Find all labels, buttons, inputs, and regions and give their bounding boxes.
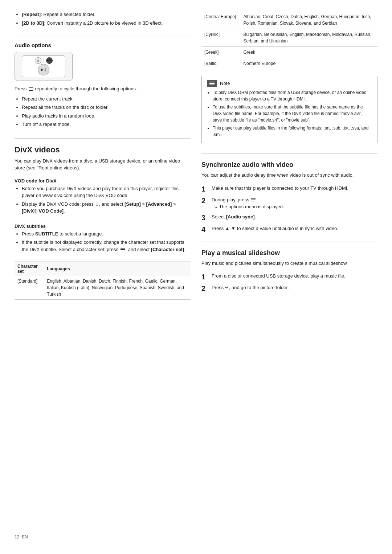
step-2: 2 During play, press . ↳ The options men…: [201, 196, 377, 210]
step-num: 1: [201, 272, 208, 281]
home-icon: ⌂: [96, 201, 98, 208]
audio-options-list: Repeat the current track. Repeat all the…: [22, 95, 191, 130]
remote-body: ⚙ ▶ ‖: [22, 56, 65, 77]
step-content: During play, press . ↳ The options menu …: [212, 196, 377, 210]
step-4: 4 Press ▲ ▼ to select a value until audi…: [201, 225, 377, 234]
page-number: 12 EN: [15, 527, 191, 539]
lang-table: [Central Europe] Albanian, Croat, Czech,…: [201, 11, 377, 69]
table-cell-lang: Bulgarian, Belorussian, English, Macedon…: [240, 29, 377, 47]
step-arrow: ↳: [214, 204, 218, 209]
divider-right-2: [201, 242, 377, 242]
left-column: [Repeat]: Repeat a selected folder. [2D …: [15, 11, 191, 539]
list-item: Repeat all the tracks on the disc or fol…: [22, 104, 191, 111]
page-num-text: 12 EN: [15, 534, 28, 539]
remote-btn-menu: [46, 57, 53, 64]
remote-btn-settings: ⚙: [35, 57, 41, 64]
intro-bullets: [Repeat]: Repeat a selected folder. [2D …: [22, 11, 191, 28]
step-content: Make sure that this player is connected …: [212, 185, 377, 193]
step-content: Select [Audio sync].: [212, 213, 377, 222]
table-row: [Greek] Greek: [201, 47, 377, 58]
list-item: Turn off a repeat mode.: [22, 121, 191, 128]
table-cell-set: [Greek]: [201, 47, 240, 58]
sync-intro: You can adjust the audio delay time when…: [201, 172, 377, 179]
2d3d-text: [2D to 3D]: Convert instantly a 2D pictu…: [22, 20, 163, 26]
divx-heading: DivX videos: [15, 145, 191, 155]
table-row: [Central Europe] Albanian, Croat, Czech,…: [201, 11, 377, 29]
note-header: Note: [207, 80, 372, 87]
slideshow-intro: Play music and pictures simultaneously t…: [201, 260, 377, 267]
audio-options-press-text: Press repeatedly to cycle through the fo…: [15, 85, 191, 93]
step-3: 3 Select [Audio sync].: [201, 213, 377, 222]
note-icon-lines: [209, 82, 215, 85]
step-num: 4: [201, 225, 208, 234]
list-item: Play audio tracks in a random loop.: [22, 112, 191, 120]
right-column: [Central Europe] Albanian, Croat, Czech,…: [201, 11, 377, 539]
step-num: 3: [201, 213, 208, 222]
menu-icon-3: [251, 198, 256, 202]
sync-heading: Synchronize audio with video: [201, 161, 377, 169]
divx-intro: You can play DivX videos from a disc, a …: [15, 157, 191, 172]
remote-arrow-circle: ▶ ‖: [38, 64, 49, 75]
note-icon: [207, 80, 217, 87]
sync-steps: 1 Make sure that this player is connecte…: [201, 185, 377, 237]
list-item: If the subtitle is not displayed correct…: [22, 239, 191, 253]
slideshow-heading: Play a musical slideshow: [201, 249, 377, 257]
step-num: 1: [201, 185, 208, 193]
vod-title: VOD code for DivX: [15, 178, 191, 184]
list-item: [2D to 3D]: Convert instantly a 2D pictu…: [22, 20, 191, 27]
table-cell-set: [Standard]: [15, 276, 44, 300]
subtitles-bullets: Press SUBTITLE to select a language. If …: [22, 230, 191, 255]
subtitles-title: DivX subtitles: [15, 223, 191, 229]
note-bullets: To play DivX DRM protected files from a …: [213, 89, 372, 138]
table-cell-set: [Central Europe]: [201, 11, 240, 29]
table-cell-lang: English, Albanian, Danish, Dutch, Finnis…: [44, 276, 191, 300]
list-item: This player can play subtitle files in t…: [213, 125, 372, 138]
list-item: Before you purchase DivX videos and play…: [22, 185, 191, 199]
repeat-text: [Repeat]: Repeat a selected folder.: [22, 12, 95, 17]
divider-1: [15, 37, 191, 37]
page: [Repeat]: Repeat a selected folder. [2D …: [0, 0, 392, 554]
table-row: [Standard] English, Albanian, Danish, Du…: [15, 276, 191, 300]
table-cell-lang: Greek: [240, 47, 377, 58]
table-cell-lang: Northern Europe: [240, 58, 377, 69]
step-1: 1 From a disc or connected USB storage d…: [201, 272, 377, 281]
table-cell-lang: Albanian, Croat, Czech, Dutch, English, …: [240, 11, 377, 29]
step-1: 1 Make sure that this player is connecte…: [201, 185, 377, 193]
step-content: Press ↵, and go to the picture folder.: [212, 284, 377, 293]
audio-options-title: Audio options: [15, 42, 191, 48]
list-item: [Repeat]: Repeat a selected folder.: [22, 11, 191, 18]
list-item: To play DivX DRM protected files from a …: [213, 89, 372, 102]
table-row: [Baltic] Northern Europe: [201, 58, 377, 69]
menu-icon-2: [121, 248, 125, 251]
note-icon-line: [209, 85, 215, 85]
table-cell-set: [Baltic]: [201, 58, 240, 69]
slideshow-steps: 1 From a disc or connected USB storage d…: [201, 272, 377, 296]
list-item: To use the subtitles, make sure that the…: [213, 104, 372, 123]
remote-top-row: ⚙: [35, 57, 53, 64]
note-box: Note To play DivX DRM protected files fr…: [201, 76, 377, 143]
note-icon-line: [209, 82, 215, 82]
table-header-lang: Languages: [44, 262, 191, 276]
step-content: Press ▲ ▼ to select a value until audio …: [212, 225, 377, 234]
list-item: Press SUBTITLE to select a language.: [22, 230, 191, 238]
menu-icon: [29, 87, 33, 91]
table-row: [Cyrillic] Bulgarian, Belorussian, Engli…: [201, 29, 377, 47]
vod-bullets: Before you purchase DivX videos and play…: [22, 185, 191, 216]
note-label: Note: [220, 80, 230, 87]
remote-control-image: ⚙ ▶ ‖: [15, 52, 73, 81]
step-content: From a disc or connected USB storage dev…: [212, 272, 377, 281]
table-cell-set: [Cyrillic]: [201, 29, 240, 47]
remote-middle-row: ▶ ‖: [38, 64, 49, 75]
note-icon-line: [209, 83, 215, 84]
list-item: Repeat the current track.: [22, 95, 191, 103]
step-num: 2: [201, 196, 208, 210]
table-header-set: Character set: [15, 262, 44, 276]
list-item: Display the DivX VOD code: press ⌂, and …: [22, 201, 191, 215]
step-2: 2 Press ↵, and go to the picture folder.: [201, 284, 377, 293]
character-set-table: Character set Languages [Standard] Engli…: [15, 262, 191, 300]
divider-right-1: [201, 153, 377, 154]
step-num: 2: [201, 284, 208, 293]
divider-2: [15, 138, 191, 139]
